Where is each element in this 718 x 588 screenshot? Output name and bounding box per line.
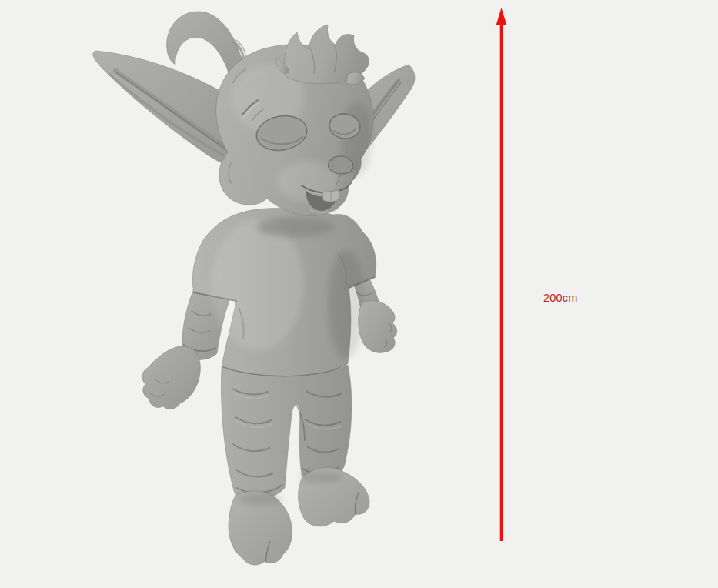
left-foot (229, 491, 292, 565)
left-hand (142, 346, 201, 409)
right-foot (298, 468, 369, 526)
hair-tuft (276, 25, 369, 85)
render-viewport: 200cm (0, 0, 718, 588)
nose (328, 156, 353, 174)
neck-shadow (257, 217, 334, 237)
right-hand (359, 301, 397, 353)
goat-mascot-model (0, 0, 718, 588)
height-dimension-label: 200cm (543, 292, 578, 304)
